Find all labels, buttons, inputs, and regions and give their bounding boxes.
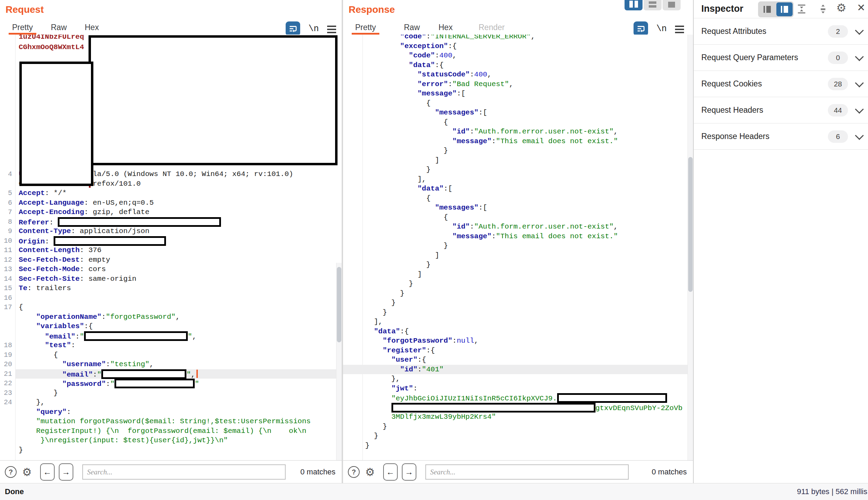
code-token: "eyJhbGciOiJIUzI1NiIsInR5cCI6IkpXVCJ9. <box>391 395 557 402</box>
code-token: " <box>186 371 191 379</box>
search-next-button[interactable]: → <box>59 463 73 481</box>
chevron-down-icon[interactable] <box>855 78 864 87</box>
dock-right-icon[interactable] <box>776 2 793 16</box>
code-token: "code" <box>400 35 426 40</box>
inspector-settings-gear-icon[interactable]: ⚙ <box>836 2 847 13</box>
code-token: : empty <box>80 256 110 264</box>
chevron-down-icon[interactable] <box>855 26 864 35</box>
code-token: , <box>176 313 180 321</box>
collapse-all-icon[interactable] <box>796 3 807 15</box>
code-token: } <box>365 280 413 288</box>
code-token: : <box>67 408 71 416</box>
code-token: : <box>448 80 452 88</box>
section-request-headers[interactable]: Request Headers 44 <box>694 97 868 123</box>
response-search-input[interactable] <box>425 464 629 480</box>
code-token: : cors <box>80 265 106 273</box>
code-token: "id" <box>452 128 470 136</box>
wrap-lines-icon[interactable] <box>634 21 648 36</box>
search-settings-gear-icon[interactable]: ⚙ <box>22 467 32 478</box>
response-tab-render[interactable]: Render <box>479 22 505 34</box>
code-token: , <box>487 71 492 78</box>
code-token: "401" <box>422 365 444 373</box>
code-line: } <box>343 146 687 156</box>
code-token <box>365 90 417 98</box>
rows-view-icon[interactable] <box>644 0 662 10</box>
search-prev-button[interactable]: ← <box>383 463 398 481</box>
response-scrollbar[interactable] <box>687 35 693 461</box>
request-tab-pretty[interactable]: Pretty <box>12 22 33 34</box>
expand-all-icon[interactable] <box>818 3 829 15</box>
chevron-down-icon[interactable] <box>855 52 864 61</box>
response-tab-raw[interactable]: Raw <box>404 22 420 34</box>
code-token: Referer <box>19 219 49 226</box>
section-label: Request Cookies <box>701 71 762 97</box>
code-token: ], <box>365 318 382 326</box>
request-tab-hex[interactable]: Hex <box>85 22 99 34</box>
columns-view-icon[interactable] <box>625 0 643 10</box>
code-line: "data":{ <box>343 327 687 336</box>
code-token: "variables" <box>36 322 84 330</box>
response-tab-pretty[interactable]: Pretty <box>355 22 376 34</box>
search-prev-button[interactable]: ← <box>40 463 55 481</box>
code-token <box>365 137 452 145</box>
help-icon[interactable]: ? <box>348 466 360 478</box>
code-token: : 376 <box>80 246 101 254</box>
request-editor[interactable]: 1uzU4INbzFULreq CGhxmOoQ8WXmtL4 4User-Ag… <box>0 35 342 461</box>
code-token: "username" <box>62 360 106 368</box>
code-line: { <box>343 194 687 203</box>
request-search-input[interactable] <box>82 464 286 480</box>
menu-icon[interactable] <box>675 26 684 32</box>
code-token: "This email does not exist." <box>496 137 618 145</box>
code-token: Sec-Fetch-Site <box>19 275 80 283</box>
redaction-box <box>557 393 667 403</box>
code-token: "testing" <box>110 360 149 368</box>
section-request-attributes[interactable]: Request Attributes 2 <box>694 18 868 44</box>
request-scrollbar-thumb[interactable] <box>337 267 341 342</box>
line-number: 5 <box>0 188 15 198</box>
section-request-query-parameters[interactable]: Request Query Parameters 0 <box>694 44 868 71</box>
layout-toggle-group <box>625 0 681 10</box>
newline-toggle-icon[interactable]: \n <box>308 24 319 34</box>
line-number: 21 <box>0 369 15 379</box>
menu-icon[interactable] <box>327 26 336 32</box>
code-token: ] <box>365 156 439 164</box>
response-scrollbar-thumb[interactable] <box>688 157 693 292</box>
code-token <box>19 380 62 388</box>
line-number: 16 <box>0 293 15 303</box>
code-line: 12Sec-Fetch-Dest: empty <box>0 255 336 265</box>
search-next-button[interactable]: → <box>402 463 416 481</box>
section-response-headers[interactable]: Response Headers 6 <box>694 123 868 150</box>
code-token <box>365 71 417 78</box>
line-number: 12 <box>0 255 15 265</box>
code-line: "code":"INTERNAL_SERVER_ERROR", <box>343 35 687 41</box>
section-request-cookies[interactable]: Request Cookies 28 <box>694 71 868 97</box>
code-token: { <box>19 351 58 359</box>
help-icon[interactable]: ? <box>5 466 17 478</box>
code-line: "id":"401" <box>343 365 687 374</box>
code-token: } <box>365 442 370 450</box>
code-token: "messages" <box>435 204 479 212</box>
response-tab-hex[interactable]: Hex <box>438 22 453 34</box>
chevron-down-icon[interactable] <box>855 105 864 113</box>
inspector-close-icon[interactable]: ✕ <box>857 3 865 13</box>
request-scrollbar[interactable] <box>336 263 342 461</box>
chevron-down-icon[interactable] <box>855 131 864 140</box>
search-settings-gear-icon[interactable]: ⚙ <box>365 467 375 478</box>
code-line: 9Content-Type: application/json <box>0 226 336 236</box>
single-view-icon[interactable] <box>663 0 681 10</box>
code-token <box>365 204 435 212</box>
code-token <box>365 42 400 50</box>
count-badge: 0 <box>828 52 848 64</box>
request-tab-raw[interactable]: Raw <box>51 22 67 34</box>
newline-toggle-icon[interactable]: \n <box>656 24 667 34</box>
code-line: } <box>343 279 687 289</box>
wrap-lines-icon[interactable] <box>286 21 300 36</box>
code-line: "email":"", <box>0 331 336 341</box>
code-token: "data" <box>374 327 400 335</box>
line-number: 6 <box>0 198 15 208</box>
code-line: 17{ <box>0 303 336 312</box>
code-line: 20 "username":"testing", <box>0 360 336 369</box>
dock-left-icon[interactable] <box>759 2 775 16</box>
request-search-bar: ? ⚙ ← → 0 matches <box>0 460 342 483</box>
response-viewer[interactable]: "code":"INTERNAL_SERVER_ERROR", "excepti… <box>343 35 693 461</box>
